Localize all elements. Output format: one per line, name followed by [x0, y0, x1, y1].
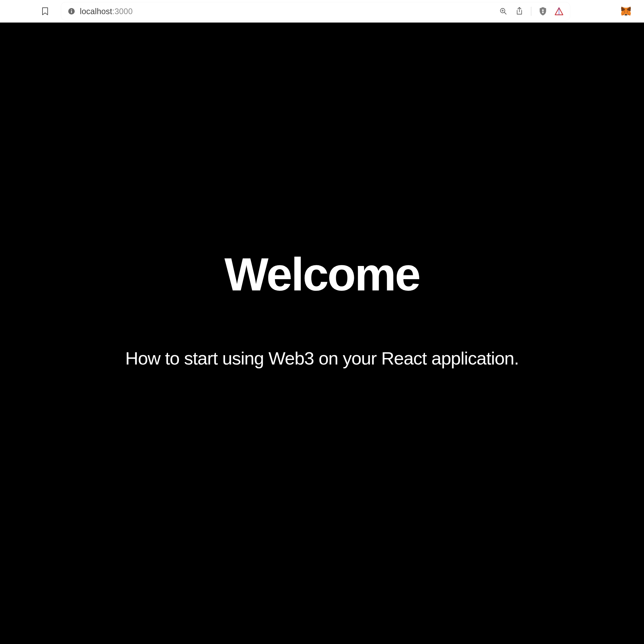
- url-host: localhost: [80, 7, 112, 16]
- share-icon: [516, 7, 523, 15]
- zoom-icon: [499, 7, 507, 15]
- svg-line-4: [504, 12, 506, 14]
- toolbar-divider: [531, 7, 531, 16]
- bookmark-button[interactable]: [39, 5, 52, 18]
- brave-logo-icon: [554, 7, 563, 15]
- brave-shields-button[interactable]: [538, 7, 547, 16]
- brave-rewards-button[interactable]: [554, 7, 563, 16]
- address-bar-actions: [499, 7, 563, 16]
- page-title: Welcome: [224, 251, 420, 298]
- bookmark-icon: [42, 7, 49, 15]
- svg-rect-2: [71, 11, 72, 13]
- metamask-extension-button[interactable]: [621, 6, 631, 16]
- zoom-button[interactable]: [499, 7, 508, 16]
- metamask-icon: [621, 6, 631, 16]
- url-text: localhost:3000: [80, 7, 492, 16]
- brave-shield-icon: [539, 6, 547, 16]
- url-port: :3000: [112, 7, 133, 16]
- share-button[interactable]: [515, 7, 524, 16]
- address-bar[interactable]: localhost:3000: [61, 2, 570, 20]
- page-subtitle: How to start using Web3 on your React ap…: [125, 348, 519, 369]
- extensions-area: [576, 6, 638, 16]
- info-icon: [68, 8, 75, 15]
- page-content: Welcome How to start using Web3 on your …: [0, 23, 644, 644]
- site-info-button[interactable]: [68, 7, 75, 15]
- svg-point-1: [71, 9, 72, 10]
- browser-toolbar: localhost:3000: [0, 0, 644, 23]
